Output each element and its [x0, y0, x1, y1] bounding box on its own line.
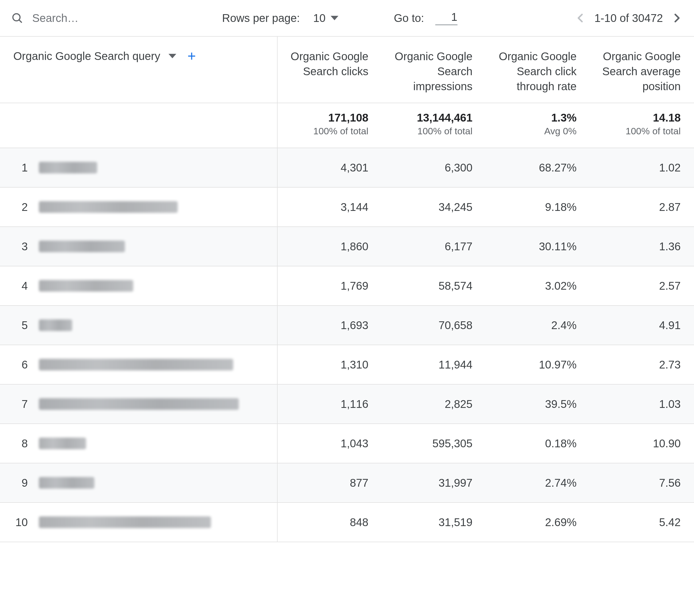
cell-impressions: 6,177	[382, 227, 486, 266]
cell-clicks: 1,860	[278, 227, 382, 266]
cell-position: 1.02	[590, 148, 694, 187]
cell-clicks: 848	[278, 503, 382, 542]
data-table: Organic Google Search query + Organic Go…	[0, 37, 694, 542]
search-area	[11, 12, 222, 24]
cell-clicks: 1,116	[278, 385, 382, 424]
cell-impressions: 6,300	[382, 148, 486, 187]
cell-position: 2.57	[590, 266, 694, 305]
svg-point-0	[13, 14, 20, 21]
table-toolbar: Rows per page: 10 Go to: 1-10 of 30472	[0, 0, 694, 37]
table-header: Organic Google Search query + Organic Go…	[0, 37, 694, 103]
table-row[interactable]: 81,043595,3050.18%10.90	[0, 424, 694, 463]
cell-impressions: 595,305	[382, 424, 486, 463]
cell-impressions: 70,658	[382, 306, 486, 344]
table-row[interactable]: 14,3016,30068.27%1.02	[0, 148, 694, 188]
row-index: 4	[13, 280, 28, 292]
pager: 1-10 of 30472	[574, 12, 683, 24]
cell-position: 4.91	[590, 306, 694, 344]
cell-clicks: 1,769	[278, 266, 382, 305]
query-text-redacted	[39, 516, 211, 528]
query-text-redacted	[39, 477, 94, 489]
table-row[interactable]: 51,69370,6582.4%4.91	[0, 306, 694, 345]
cell-clicks: 3,144	[278, 188, 382, 226]
cell-impressions: 58,574	[382, 266, 486, 305]
query-text-redacted	[39, 359, 233, 370]
col-header-position[interactable]: Organic Google Search average position	[590, 37, 694, 102]
cell-position: 1.03	[590, 385, 694, 424]
query-text-redacted	[39, 437, 86, 449]
table-row[interactable]: 41,76958,5743.02%2.57	[0, 266, 694, 306]
table-row[interactable]: 31,8606,17730.11%1.36	[0, 227, 694, 266]
summary-position: 14.18 100% of total	[590, 103, 694, 148]
table-row[interactable]: 23,14434,2459.18%2.87	[0, 188, 694, 227]
dimension-column-header: Organic Google Search query +	[0, 37, 278, 102]
cell-clicks: 877	[278, 463, 382, 502]
row-index: 6	[13, 358, 28, 371]
cell-position: 1.36	[590, 227, 694, 266]
cell-clicks: 4,301	[278, 148, 382, 187]
rows-per-page: Rows per page: 10	[222, 12, 339, 24]
svg-line-1	[19, 20, 22, 23]
cell-position: 2.73	[590, 345, 694, 384]
next-page-button[interactable]	[671, 12, 683, 24]
prev-page-button[interactable]	[574, 12, 587, 24]
table-body: 14,3016,30068.27%1.0223,14434,2459.18%2.…	[0, 148, 694, 542]
row-index: 7	[13, 398, 28, 410]
dimension-label[interactable]: Organic Google Search query	[13, 50, 160, 62]
cell-ctr: 0.18%	[486, 424, 590, 463]
rows-per-page-label: Rows per page:	[222, 12, 300, 24]
cell-ctr: 3.02%	[486, 266, 590, 305]
add-dimension-button[interactable]: +	[187, 49, 196, 63]
rows-per-page-select[interactable]: 10	[313, 12, 339, 24]
cell-ctr: 68.27%	[486, 148, 590, 187]
row-index: 1	[13, 162, 28, 174]
search-input[interactable]	[32, 12, 182, 24]
cell-clicks: 1,693	[278, 306, 382, 344]
cell-impressions: 11,944	[382, 345, 486, 384]
summary-ctr: 1.3% Avg 0%	[486, 103, 590, 148]
col-header-clicks[interactable]: Organic Google Search clicks	[278, 37, 382, 102]
goto-input[interactable]	[435, 11, 457, 25]
table-row[interactable]: 71,1162,82539.5%1.03	[0, 385, 694, 424]
cell-clicks: 1,043	[278, 424, 382, 463]
metric-headers: Organic Google Search clicks Organic Goo…	[278, 37, 694, 102]
table-row[interactable]: 61,31011,94410.97%2.73	[0, 345, 694, 385]
cell-ctr: 30.11%	[486, 227, 590, 266]
cell-position: 5.42	[590, 503, 694, 542]
chevron-down-icon[interactable]	[168, 54, 176, 58]
cell-ctr: 2.4%	[486, 306, 590, 344]
row-index: 3	[13, 240, 28, 253]
query-text-redacted	[39, 280, 133, 292]
query-text-redacted	[39, 398, 239, 410]
cell-ctr: 2.69%	[486, 503, 590, 542]
cell-position: 7.56	[590, 463, 694, 502]
query-text-redacted	[39, 241, 125, 252]
query-text-redacted	[39, 201, 178, 213]
cell-position: 2.87	[590, 188, 694, 226]
cell-ctr: 9.18%	[486, 188, 590, 226]
rows-per-page-value: 10	[313, 12, 326, 24]
cell-clicks: 1,310	[278, 345, 382, 384]
cell-ctr: 10.97%	[486, 345, 590, 384]
query-text-redacted	[39, 162, 97, 173]
col-header-ctr[interactable]: Organic Google Search click through rate	[486, 37, 590, 102]
chevron-down-icon	[331, 16, 339, 20]
cell-impressions: 2,825	[382, 385, 486, 424]
summary-clicks: 171,108 100% of total	[278, 103, 382, 148]
col-header-impressions[interactable]: Organic Google Search impressions	[382, 37, 486, 102]
row-index: 9	[13, 477, 28, 489]
cell-impressions: 31,519	[382, 503, 486, 542]
summary-row: 171,108 100% of total 13,144,461 100% of…	[0, 103, 694, 148]
goto-area: Go to:	[394, 11, 457, 25]
page-range: 1-10 of 30472	[594, 12, 663, 24]
table-row[interactable]: 987731,9972.74%7.56	[0, 463, 694, 503]
row-index: 2	[13, 201, 28, 213]
cell-ctr: 39.5%	[486, 385, 590, 424]
search-icon[interactable]	[11, 12, 23, 24]
row-index: 5	[13, 319, 28, 332]
cell-impressions: 31,997	[382, 463, 486, 502]
table-row[interactable]: 1084831,5192.69%5.42	[0, 503, 694, 542]
cell-ctr: 2.74%	[486, 463, 590, 502]
cell-position: 10.90	[590, 424, 694, 463]
query-text-redacted	[39, 319, 72, 331]
